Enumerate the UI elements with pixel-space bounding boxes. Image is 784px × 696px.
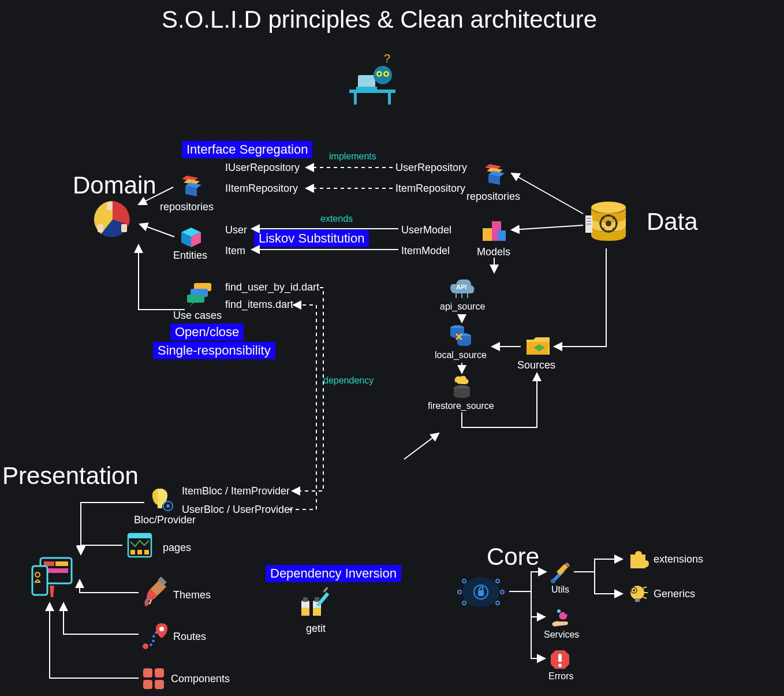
svg-line-87 xyxy=(139,187,173,204)
svg-line-94 xyxy=(404,433,439,459)
svg-line-88 xyxy=(140,224,174,237)
arrows-overlay xyxy=(0,0,784,696)
